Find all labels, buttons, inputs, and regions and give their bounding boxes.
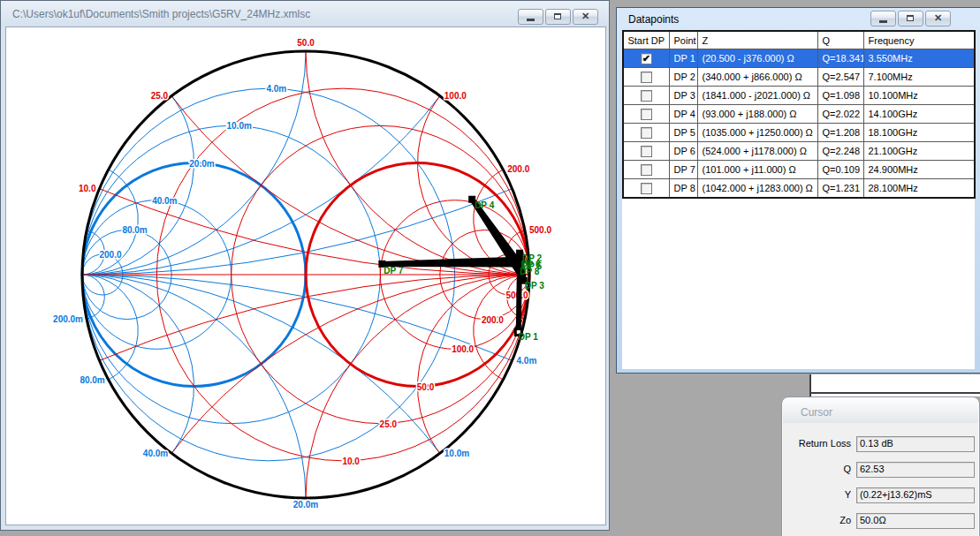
conductance-label-200ms: 200.0 xyxy=(99,250,121,260)
maximize-icon xyxy=(907,15,914,21)
start-dp-checkbox[interactable] xyxy=(641,164,652,176)
cell-z: (340.000 + j866.000) Ω xyxy=(697,68,817,87)
smith-chart-area: 10.025.050.0100.0200.0500.010.025.050.01… xyxy=(5,26,606,525)
cell-point: DP 6 xyxy=(669,142,697,161)
cell-frequency: 21.100GHz xyxy=(863,142,975,161)
susceptance-arc-+40ms xyxy=(82,275,194,453)
minimize-button[interactable] xyxy=(518,9,543,25)
datapoints-window-title: Datapoints xyxy=(628,13,679,26)
cell-frequency: 3.550MHz xyxy=(863,49,975,68)
q-label: Q xyxy=(787,462,851,474)
table-row[interactable]: ✔DP 1(20.500 - j376.000) ΩQ=18.3413.550M… xyxy=(623,49,975,68)
reactance-label-50: 50.0 xyxy=(297,38,315,48)
conductance-label-20ms: 20.0m xyxy=(189,159,214,169)
zo-label: Zo xyxy=(787,513,851,525)
close-icon: ✕ xyxy=(574,11,597,22)
column-header-q[interactable]: Q xyxy=(817,31,863,49)
cell-point: DP 5 xyxy=(669,124,697,142)
start-dp-checkbox[interactable] xyxy=(641,127,652,139)
reactance-label-25: 25.0 xyxy=(151,91,169,101)
column-header-frequency[interactable]: Frequency xyxy=(863,31,975,49)
cell-q: Q=1.098 xyxy=(817,87,863,105)
start-dp-checkbox[interactable]: ✔ xyxy=(641,53,652,64)
table-row[interactable]: DP 8(1042.000 + j1283.000) ΩQ=1.23128.10… xyxy=(623,179,975,199)
start-dp-checkbox[interactable] xyxy=(641,183,652,194)
start-dp-checkbox[interactable] xyxy=(641,72,652,83)
cell-z: (1841.000 - j2021.000) Ω xyxy=(697,87,817,105)
table-header-row: Start DPPointZQFrequency xyxy=(623,31,975,49)
resistance-label-50: 50.0 xyxy=(417,382,435,392)
conductance-label-80ms: 80.0m xyxy=(122,225,147,235)
conductance-label-40ms: 40.0m xyxy=(152,196,177,206)
smith-chart[interactable]: 10.025.050.0100.0200.0500.010.025.050.01… xyxy=(6,27,604,523)
q-value: 62.53 xyxy=(856,462,975,478)
cell-point: DP 8 xyxy=(669,179,697,199)
reactance-arc--100ohm xyxy=(418,275,530,453)
column-header-start-dp[interactable]: Start DP xyxy=(623,31,669,49)
minimize-icon xyxy=(527,19,535,21)
cursor-window: Cursor Return Loss0.13 dB Q62.53 Y(0.22+… xyxy=(781,396,980,536)
resistance-label-100: 100.0 xyxy=(452,344,474,354)
datapoint-label-dp-1: DP 1 xyxy=(519,332,538,342)
start-dp-checkbox[interactable] xyxy=(641,90,652,102)
datapoint-label-dp-7: DP 7 xyxy=(384,266,403,276)
susceptance-label-20ms: 20.0m xyxy=(293,500,318,510)
maximize-icon xyxy=(554,13,561,19)
cell-point: DP 2 xyxy=(669,68,697,87)
table-row[interactable]: DP 4(93.000 + j188.000) ΩQ=2.02214.100GH… xyxy=(623,105,975,124)
datapoints-window-titlebar[interactable]: Datapoints ✕ xyxy=(617,8,980,30)
datapoint-label-dp-4: DP 4 xyxy=(475,200,494,210)
zo-value: 50.0Ω xyxy=(856,513,975,529)
reactance-label-100: 100.0 xyxy=(444,91,467,101)
table-row[interactable]: DP 3(1841.000 - j2021.000) ΩQ=1.09810.10… xyxy=(623,87,975,105)
close-button[interactable]: ✕ xyxy=(925,11,951,26)
cursor-window-titlebar[interactable]: Cursor xyxy=(783,398,978,423)
datapoint-label-dp-3: DP 3 xyxy=(525,281,544,291)
susceptance-label-4ms: 4.0m xyxy=(517,356,537,366)
resistance-label-10: 10.0 xyxy=(342,457,360,466)
susceptance-arc--40ms xyxy=(82,96,194,275)
reactance-label-200: 200.0 xyxy=(507,164,529,174)
main-window-titlebar[interactable]: C:\Users\ok1uf\Documents\Smith projects\… xyxy=(1,1,609,26)
reactance-label-500: 500.0 xyxy=(529,225,551,235)
cell-frequency: 7.100MHz xyxy=(863,68,975,87)
cursor-window-title: Cursor xyxy=(801,406,832,419)
maximize-button[interactable] xyxy=(898,11,923,26)
resistance-label-25: 25.0 xyxy=(380,419,398,429)
cell-z: (1042.000 + j1283.000) Ω xyxy=(697,179,817,199)
minimize-button[interactable] xyxy=(870,11,896,26)
start-dp-checkbox[interactable] xyxy=(641,109,652,120)
main-window: C:\Users\ok1uf\Documents\Smith projects\… xyxy=(0,0,610,531)
cell-q: Q=2.248 xyxy=(817,142,863,161)
table-row[interactable]: DP 2(340.000 + j866.000) ΩQ=2.5477.100MH… xyxy=(623,68,975,87)
datapoints-window: Datapoints ✕ Start DPPointZQFrequency✔DP… xyxy=(616,7,980,374)
reactance-arc-+100ohm xyxy=(418,96,530,275)
cell-frequency: 18.100GHz xyxy=(863,124,975,142)
cell-q: Q=2.022 xyxy=(817,105,863,124)
return-loss-row: Return Loss0.13 dB xyxy=(787,436,975,452)
table-row[interactable]: DP 6(524.000 + j1178.000) ΩQ=2.24821.100… xyxy=(623,142,975,161)
background-window xyxy=(809,374,980,396)
susceptance-label-40ms: 40.0m xyxy=(143,449,168,458)
resistance-label-200: 200.0 xyxy=(482,315,504,325)
minimize-icon xyxy=(879,20,887,23)
zo-row: Zo50.0Ω xyxy=(787,513,975,529)
y-value: (0.22+j13.62)mS xyxy=(856,487,975,503)
table-row[interactable]: DP 5(1035.000 + j1250.000) ΩQ=1.20818.10… xyxy=(623,124,975,142)
close-button[interactable]: ✕ xyxy=(573,9,598,25)
cell-point: DP 1 xyxy=(669,49,697,68)
maximize-button[interactable] xyxy=(545,9,571,25)
return-loss-label: Return Loss xyxy=(787,436,851,449)
column-header-z[interactable]: Z xyxy=(697,31,817,49)
conductance-label-4ms: 4.0m xyxy=(266,84,286,94)
start-dp-checkbox[interactable] xyxy=(641,146,652,157)
cell-z: (93.000 + j188.000) Ω xyxy=(697,105,817,124)
table-row[interactable]: DP 7(101.000 + j11.000) ΩQ=0.10924.900MH… xyxy=(623,161,975,179)
susceptance-label-200ms: 200.0m xyxy=(53,314,83,324)
cell-q: Q=0.109 xyxy=(817,161,863,179)
main-window-title: C:\Users\ok1uf\Documents\Smith projects\… xyxy=(12,8,310,20)
cell-z: (524.000 + j1178.000) Ω xyxy=(697,142,817,161)
susceptance-label-10ms: 10.0m xyxy=(444,449,469,458)
q-row: Q62.53 xyxy=(787,462,975,478)
column-header-point[interactable]: Point xyxy=(669,31,697,49)
